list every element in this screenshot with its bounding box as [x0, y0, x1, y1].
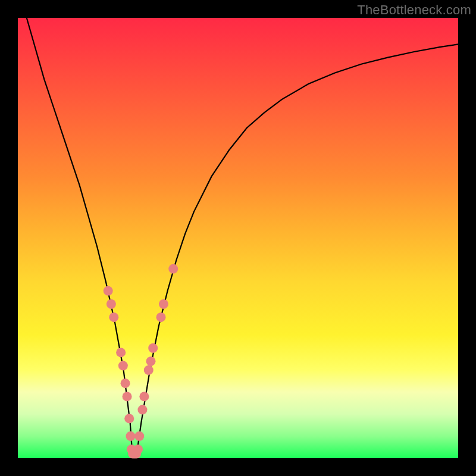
bottleneck-curve — [27, 18, 458, 454]
curve-marker — [126, 431, 135, 441]
curve-marker — [146, 356, 155, 366]
curve-marker — [116, 347, 126, 357]
curve-marker — [104, 286, 113, 296]
curve-marker — [123, 392, 132, 401]
curve-marker — [156, 312, 166, 322]
curve-marker — [168, 264, 178, 274]
watermark-text: TheBottleneck.com — [357, 2, 471, 18]
curve-marker — [118, 361, 128, 371]
curve-marker — [137, 405, 147, 415]
curve-marker — [107, 299, 116, 309]
curve-marker — [121, 378, 130, 388]
curve-marker — [134, 431, 144, 441]
curve-marker — [144, 365, 154, 375]
curve-marker — [133, 444, 143, 454]
curve-marker — [148, 343, 158, 353]
curve-marker — [109, 312, 118, 322]
curve-marker — [139, 392, 149, 401]
curve-marker — [159, 299, 168, 309]
plot-area — [18, 18, 458, 458]
curve-marker — [124, 414, 134, 423]
curve-svg — [18, 18, 458, 458]
chart-frame: TheBottleneck.com — [0, 0, 476, 476]
